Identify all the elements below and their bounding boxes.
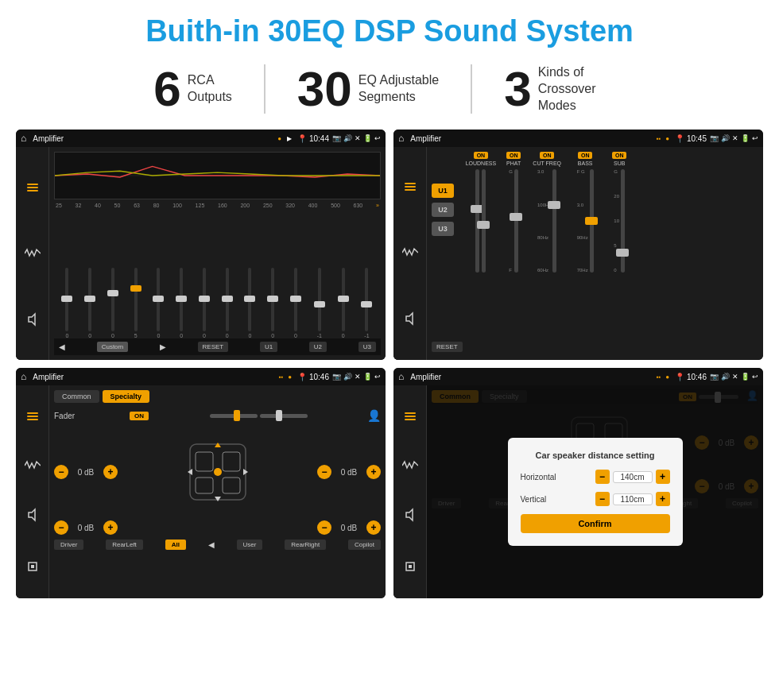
- crossover-sidebar-speaker-icon[interactable]: [402, 311, 418, 329]
- crossover-camera-icon: 📷: [710, 134, 719, 142]
- crossover-u2-btn[interactable]: U2: [432, 203, 454, 217]
- fader-control-row: Fader ON 👤: [54, 409, 381, 422]
- eq-sidebar-wave-icon[interactable]: [25, 248, 41, 259]
- crossover-reset-btn[interactable]: RESET: [432, 342, 463, 352]
- fader-copilot-btn[interactable]: Copilot: [348, 540, 381, 550]
- distance-sidebar-expand-icon[interactable]: [402, 559, 418, 576]
- fader-vol-minus-1[interactable]: −: [54, 465, 68, 479]
- distance-status-bar: ⌂ Amplifier ▪▪ ● 📍 10:46 📷 🔊 ✕ 🔋 ↩: [393, 368, 763, 385]
- eq-main-screen: 25 32 40 50 63 80 100 125 160 200 250 32…: [16, 147, 386, 360]
- eq-back-icon[interactable]: ↩: [374, 134, 381, 142]
- fader-tab-specialty[interactable]: Specialty: [103, 390, 150, 403]
- fader-vol-val-2: 0 dB: [335, 468, 363, 477]
- crossover-time: 📍 10:45: [675, 134, 707, 143]
- eq-next-btn[interactable]: ▶: [160, 342, 166, 351]
- eq-u3-btn[interactable]: U3: [358, 342, 376, 352]
- fader-user-btn[interactable]: User: [237, 540, 263, 550]
- fader-rearright-btn[interactable]: RearRight: [285, 540, 326, 550]
- fader-horizontal-sliders: [210, 414, 308, 418]
- eq-custom-btn[interactable]: Custom: [97, 342, 129, 352]
- eq-status-icons: 📷 🔊 ✕ 🔋 ↩: [332, 134, 381, 142]
- fader-vol-minus-4[interactable]: −: [317, 520, 331, 535]
- fader-vol-minus-3[interactable]: −: [54, 520, 68, 535]
- fader-vol-plus-2[interactable]: +: [366, 465, 381, 479]
- fader-vol-plus-1[interactable]: +: [103, 465, 118, 479]
- svg-marker-23: [215, 497, 221, 501]
- fader-vol-plus-3[interactable]: +: [103, 520, 118, 535]
- crossover-screen-card: ⌂ Amplifier ▪▪ ● 📍 10:45 📷 🔊 ✕ 🔋 ↩: [393, 130, 763, 360]
- fader-all-btn[interactable]: All: [165, 540, 186, 550]
- crossover-back-icon[interactable]: ↩: [752, 134, 758, 142]
- fader-title: Amplifier: [33, 373, 275, 381]
- phat-on-badge[interactable]: ON: [506, 152, 521, 159]
- fader-on-button[interactable]: ON: [130, 412, 149, 420]
- phat-label: PHAT: [506, 160, 521, 166]
- fader-vol-row-2: − 0 dB + − 0 dB +: [54, 519, 381, 536]
- svg-rect-20: [223, 478, 240, 493]
- eq-sidebar-speaker-icon[interactable]: [25, 311, 41, 327]
- distance-modal-overlay: Car speaker distance setting Horizontal …: [427, 385, 763, 598]
- fader-sidebar-wave-icon[interactable]: [25, 460, 41, 474]
- svg-marker-3: [29, 314, 35, 325]
- eq-home-icon[interactable]: ⌂: [21, 133, 26, 144]
- crossover-sidebar-sliders-icon[interactable]: [402, 179, 418, 197]
- bass-on-badge[interactable]: ON: [578, 152, 593, 159]
- distance-main-screen: Common Specialty ON 👤: [393, 385, 763, 598]
- crossover-presets-column: U1 U2 U3 RESET: [432, 152, 466, 355]
- crossover-squares-icon: ▪▪: [657, 135, 661, 142]
- page-title: Buith-in 30EQ DSP Sound System: [0, 0, 779, 56]
- cutfreq-label: CUT FREQ: [533, 160, 561, 166]
- eq-u1-btn[interactable]: U1: [260, 342, 277, 352]
- crossover-ch-loudness: ON LOUDNESS: [466, 152, 497, 355]
- fader-vol-plus-4[interactable]: +: [366, 520, 381, 535]
- fader-back-icon[interactable]: ↩: [374, 373, 381, 381]
- modal-horizontal-plus[interactable]: +: [656, 470, 670, 484]
- crossover-content: U1 U2 U3 RESET ON LOUDNESS: [427, 147, 763, 360]
- distance-volume-icon: 🔊: [721, 373, 730, 381]
- modal-vertical-plus[interactable]: +: [656, 492, 670, 506]
- modal-vertical-minus[interactable]: −: [595, 492, 610, 506]
- loudness-on-badge[interactable]: ON: [474, 152, 489, 159]
- svg-marker-15: [31, 565, 34, 568]
- distance-sidebar-wave-icon[interactable]: [402, 460, 418, 474]
- modal-horizontal-minus[interactable]: −: [595, 470, 610, 484]
- fader-main-content: Common Specialty Fader ON 👤: [49, 385, 386, 598]
- eq-reset-btn[interactable]: RESET: [198, 342, 229, 352]
- distance-back-icon[interactable]: ↩: [752, 373, 758, 381]
- crossover-ch-phat: ON PHAT G F: [502, 152, 525, 355]
- distance-home-icon[interactable]: ⌂: [398, 371, 404, 382]
- fader-person-icon[interactable]: 👤: [367, 409, 381, 422]
- fader-sidebar-speaker-icon[interactable]: [25, 507, 41, 525]
- fader-vol-minus-2[interactable]: −: [317, 465, 331, 479]
- crossover-status-bar: ⌂ Amplifier ▪▪ ● 📍 10:45 📷 🔊 ✕ 🔋 ↩: [393, 130, 763, 147]
- eq-sidebar-sliders-icon[interactable]: [25, 180, 41, 195]
- fader-tab-common[interactable]: Common: [54, 390, 99, 403]
- eq-prev-btn[interactable]: ◀: [59, 342, 65, 351]
- fader-sidebar-sliders-icon[interactable]: [25, 408, 41, 427]
- svg-rect-10: [27, 412, 38, 414]
- screenshots-grid: ⌂ Amplifier ● ▶ 📍 10:44 📷 🔊 ✕ 🔋 ↩: [0, 125, 779, 606]
- svg-rect-7: [405, 186, 416, 188]
- modal-confirm-button[interactable]: Confirm: [521, 514, 670, 533]
- crossover-u1-btn[interactable]: U1: [432, 184, 454, 198]
- crossover-home-icon[interactable]: ⌂: [398, 133, 404, 144]
- eq-slider-5: 0: [180, 268, 183, 338]
- modal-horizontal-control: − 140cm +: [595, 470, 670, 484]
- eq-sidebar: [16, 147, 49, 360]
- fader-sidebar-expand-icon[interactable]: [25, 559, 41, 576]
- eq-u2-btn[interactable]: U2: [309, 342, 327, 352]
- distance-sidebar-sliders-icon[interactable]: [402, 408, 418, 427]
- crossover-u3-btn[interactable]: U3: [432, 222, 454, 236]
- eq-main-content: 25 32 40 50 63 80 100 125 160 200 250 32…: [49, 147, 386, 360]
- fader-rearleft-btn[interactable]: RearLeft: [106, 540, 143, 550]
- fader-chevron-left-icon[interactable]: ◀: [208, 540, 215, 549]
- svg-rect-28: [405, 419, 416, 420]
- fader-home-icon[interactable]: ⌂: [21, 371, 26, 382]
- eq-volume-icon: 🔊: [343, 134, 352, 142]
- crossover-sidebar-wave-icon[interactable]: [402, 247, 418, 261]
- eq-title: Amplifier: [33, 134, 274, 143]
- sub-on-badge[interactable]: ON: [612, 152, 627, 159]
- cutfreq-on-badge[interactable]: ON: [540, 152, 555, 159]
- fader-driver-btn[interactable]: Driver: [54, 540, 83, 550]
- distance-sidebar-speaker-icon[interactable]: [402, 507, 418, 525]
